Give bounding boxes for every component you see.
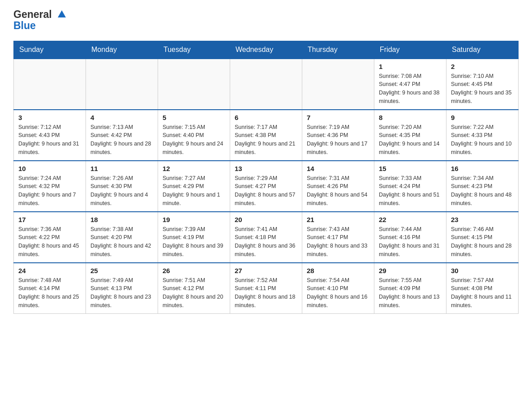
day-number: 11 <box>90 165 153 172</box>
calendar-cell: 30Sunrise: 7:57 AM Sunset: 4:08 PM Dayli… <box>446 263 519 314</box>
logo-blue: Blue <box>13 20 66 31</box>
day-info: Sunrise: 7:10 AM Sunset: 4:45 PM Dayligh… <box>451 72 514 106</box>
weekday-header-thursday: Thursday <box>302 41 374 59</box>
day-number: 10 <box>18 165 81 172</box>
calendar-cell: 21Sunrise: 7:43 AM Sunset: 4:17 PM Dayli… <box>302 212 374 263</box>
calendar-table: SundayMondayTuesdayWednesdayThursdayFrid… <box>13 41 519 314</box>
calendar-cell: 8Sunrise: 7:20 AM Sunset: 4:35 PM Daylig… <box>374 110 446 161</box>
day-info: Sunrise: 7:48 AM Sunset: 4:14 PM Dayligh… <box>18 276 81 310</box>
calendar-cell: 24Sunrise: 7:48 AM Sunset: 4:14 PM Dayli… <box>14 263 86 314</box>
weekday-header-saturday: Saturday <box>446 41 519 59</box>
calendar-cell: 26Sunrise: 7:51 AM Sunset: 4:12 PM Dayli… <box>158 263 230 314</box>
calendar-cell: 11Sunrise: 7:26 AM Sunset: 4:30 PM Dayli… <box>86 161 158 212</box>
day-number: 3 <box>18 114 81 121</box>
weekday-header-monday: Monday <box>86 41 158 59</box>
calendar-cell <box>86 59 158 110</box>
day-info: Sunrise: 7:57 AM Sunset: 4:08 PM Dayligh… <box>451 276 514 310</box>
day-number: 1 <box>379 63 442 70</box>
day-number: 30 <box>451 267 514 274</box>
day-info: Sunrise: 7:31 AM Sunset: 4:26 PM Dayligh… <box>307 174 369 208</box>
day-info: Sunrise: 7:38 AM Sunset: 4:20 PM Dayligh… <box>90 225 153 259</box>
calendar-cell: 25Sunrise: 7:49 AM Sunset: 4:13 PM Dayli… <box>86 263 158 314</box>
calendar-cell: 14Sunrise: 7:31 AM Sunset: 4:26 PM Dayli… <box>302 161 374 212</box>
calendar-cell: 6Sunrise: 7:17 AM Sunset: 4:38 PM Daylig… <box>230 110 302 161</box>
calendar-cell: 9Sunrise: 7:22 AM Sunset: 4:33 PM Daylig… <box>446 110 519 161</box>
day-number: 28 <box>307 267 369 274</box>
calendar-week-2: 3Sunrise: 7:12 AM Sunset: 4:43 PM Daylig… <box>14 110 519 161</box>
day-info: Sunrise: 7:36 AM Sunset: 4:22 PM Dayligh… <box>18 225 81 259</box>
weekday-header-wednesday: Wednesday <box>230 41 302 59</box>
weekday-header-tuesday: Tuesday <box>158 41 230 59</box>
calendar-cell: 17Sunrise: 7:36 AM Sunset: 4:22 PM Dayli… <box>14 212 86 263</box>
day-info: Sunrise: 7:52 AM Sunset: 4:11 PM Dayligh… <box>235 276 297 310</box>
day-number: 26 <box>163 267 225 274</box>
day-info: Sunrise: 7:08 AM Sunset: 4:47 PM Dayligh… <box>379 72 442 106</box>
day-info: Sunrise: 7:12 AM Sunset: 4:43 PM Dayligh… <box>18 123 81 157</box>
day-info: Sunrise: 7:13 AM Sunset: 4:42 PM Dayligh… <box>90 123 153 157</box>
day-number: 12 <box>163 165 225 172</box>
day-info: Sunrise: 7:41 AM Sunset: 4:18 PM Dayligh… <box>235 225 297 259</box>
calendar-cell: 4Sunrise: 7:13 AM Sunset: 4:42 PM Daylig… <box>86 110 158 161</box>
day-number: 2 <box>451 63 514 70</box>
calendar-cell: 19Sunrise: 7:39 AM Sunset: 4:19 PM Dayli… <box>158 212 230 263</box>
day-number: 22 <box>379 216 442 223</box>
day-info: Sunrise: 7:55 AM Sunset: 4:09 PM Dayligh… <box>379 276 442 310</box>
day-number: 21 <box>307 216 369 223</box>
calendar-cell: 7Sunrise: 7:19 AM Sunset: 4:36 PM Daylig… <box>302 110 374 161</box>
calendar-cell: 13Sunrise: 7:29 AM Sunset: 4:27 PM Dayli… <box>230 161 302 212</box>
calendar-cell: 23Sunrise: 7:46 AM Sunset: 4:15 PM Dayli… <box>446 212 519 263</box>
calendar-cell: 29Sunrise: 7:55 AM Sunset: 4:09 PM Dayli… <box>374 263 446 314</box>
day-number: 9 <box>451 114 514 121</box>
day-number: 17 <box>18 216 81 223</box>
day-info: Sunrise: 7:49 AM Sunset: 4:13 PM Dayligh… <box>90 276 153 310</box>
calendar-cell: 15Sunrise: 7:33 AM Sunset: 4:24 PM Dayli… <box>374 161 446 212</box>
day-number: 8 <box>379 114 442 121</box>
day-number: 19 <box>163 216 225 223</box>
day-number: 25 <box>90 267 153 274</box>
calendar-cell: 20Sunrise: 7:41 AM Sunset: 4:18 PM Dayli… <box>230 212 302 263</box>
day-number: 16 <box>451 165 514 172</box>
day-number: 15 <box>379 165 442 172</box>
day-number: 7 <box>307 114 369 121</box>
calendar-cell <box>14 59 86 110</box>
day-number: 5 <box>163 114 225 121</box>
day-info: Sunrise: 7:26 AM Sunset: 4:30 PM Dayligh… <box>90 174 153 208</box>
day-number: 20 <box>235 216 297 223</box>
day-info: Sunrise: 7:33 AM Sunset: 4:24 PM Dayligh… <box>379 174 442 208</box>
day-info: Sunrise: 7:34 AM Sunset: 4:23 PM Dayligh… <box>451 174 514 208</box>
day-number: 13 <box>235 165 297 172</box>
day-info: Sunrise: 7:54 AM Sunset: 4:10 PM Dayligh… <box>307 276 369 310</box>
day-info: Sunrise: 7:24 AM Sunset: 4:32 PM Dayligh… <box>18 174 81 208</box>
calendar-cell: 10Sunrise: 7:24 AM Sunset: 4:32 PM Dayli… <box>14 161 86 212</box>
calendar-week-3: 10Sunrise: 7:24 AM Sunset: 4:32 PM Dayli… <box>14 161 519 212</box>
page-header: General Blue <box>13 9 519 32</box>
calendar-cell: 27Sunrise: 7:52 AM Sunset: 4:11 PM Dayli… <box>230 263 302 314</box>
calendar-cell: 1Sunrise: 7:08 AM Sunset: 4:47 PM Daylig… <box>374 59 446 110</box>
svg-marker-0 <box>58 10 66 17</box>
day-info: Sunrise: 7:20 AM Sunset: 4:35 PM Dayligh… <box>379 123 442 157</box>
calendar-week-5: 24Sunrise: 7:48 AM Sunset: 4:14 PM Dayli… <box>14 263 519 314</box>
calendar-cell: 18Sunrise: 7:38 AM Sunset: 4:20 PM Dayli… <box>86 212 158 263</box>
day-number: 18 <box>90 216 153 223</box>
day-info: Sunrise: 7:39 AM Sunset: 4:19 PM Dayligh… <box>163 225 225 259</box>
calendar-cell: 28Sunrise: 7:54 AM Sunset: 4:10 PM Dayli… <box>302 263 374 314</box>
calendar-cell <box>158 59 230 110</box>
calendar-week-1: 1Sunrise: 7:08 AM Sunset: 4:47 PM Daylig… <box>14 59 519 110</box>
day-info: Sunrise: 7:17 AM Sunset: 4:38 PM Dayligh… <box>235 123 297 157</box>
calendar-cell: 5Sunrise: 7:15 AM Sunset: 4:40 PM Daylig… <box>158 110 230 161</box>
day-info: Sunrise: 7:43 AM Sunset: 4:17 PM Dayligh… <box>307 225 369 259</box>
calendar-cell <box>230 59 302 110</box>
logo-general: General <box>13 9 66 20</box>
day-info: Sunrise: 7:51 AM Sunset: 4:12 PM Dayligh… <box>163 276 225 310</box>
calendar-cell: 2Sunrise: 7:10 AM Sunset: 4:45 PM Daylig… <box>446 59 519 110</box>
logo: General Blue <box>13 9 66 32</box>
day-number: 23 <box>451 216 514 223</box>
day-info: Sunrise: 7:27 AM Sunset: 4:29 PM Dayligh… <box>163 174 225 208</box>
calendar-cell <box>302 59 374 110</box>
day-info: Sunrise: 7:46 AM Sunset: 4:15 PM Dayligh… <box>451 225 514 259</box>
calendar-cell: 16Sunrise: 7:34 AM Sunset: 4:23 PM Dayli… <box>446 161 519 212</box>
weekday-header-friday: Friday <box>374 41 446 59</box>
calendar-week-4: 17Sunrise: 7:36 AM Sunset: 4:22 PM Dayli… <box>14 212 519 263</box>
calendar-header-row: SundayMondayTuesdayWednesdayThursdayFrid… <box>14 41 519 59</box>
calendar-cell: 12Sunrise: 7:27 AM Sunset: 4:29 PM Dayli… <box>158 161 230 212</box>
